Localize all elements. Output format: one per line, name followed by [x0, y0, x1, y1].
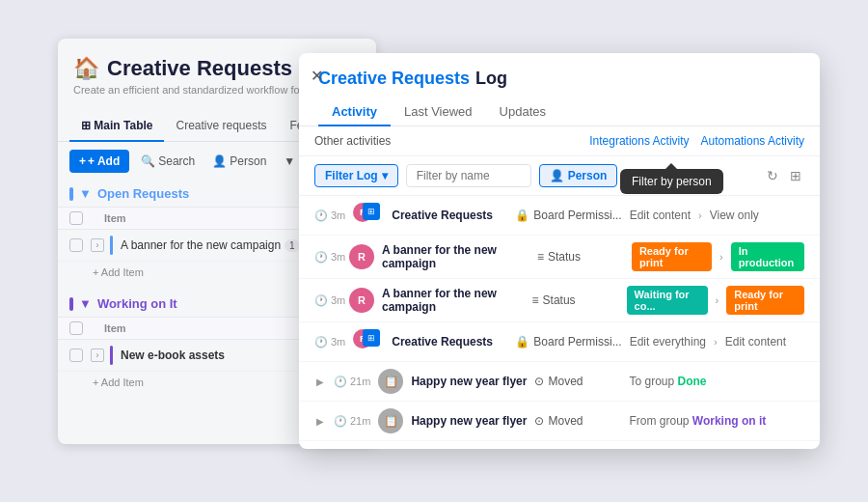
log-item-5: ▶ 🕐 21m 📋 Happy new year flyer ⊙ Moved F… — [299, 402, 820, 441]
board-icon-0: ⊞ — [363, 203, 380, 220]
row-checkbox-w[interactable] — [69, 349, 83, 362]
avatar-2: R — [349, 288, 374, 313]
expand-arrow-5[interactable]: ▶ — [314, 414, 326, 429]
arrow-0: › — [698, 209, 702, 221]
group-indicator-working — [69, 297, 73, 311]
tab-updates[interactable]: Updates — [486, 98, 559, 126]
group-indicator-open — [69, 187, 73, 201]
filter-log-button[interactable]: Filter Log ▾ — [314, 164, 398, 187]
log-item-0: 🕐 3m R ⊞ Creative Requests 🔒 Board Permi… — [299, 196, 820, 236]
log-item-1: 🕐 3m R A banner for the new campaign ≡ S… — [299, 236, 820, 279]
log-toolbar-right: Integrations Activity Automations Activi… — [589, 134, 804, 148]
chevron-down-icon-working: ▼ — [79, 296, 92, 311]
filter-name-input[interactable] — [406, 164, 531, 187]
from-badge-2: Waiting for co... — [627, 286, 708, 315]
person-icon: 👤 — [212, 154, 227, 168]
log-field-1: ≡ Status — [537, 250, 624, 264]
person-button[interactable]: 👤 Person — [206, 151, 272, 172]
log-field-2: ≡ Status — [532, 293, 619, 307]
log-time-2: 🕐 3m — [314, 294, 341, 307]
clock-icon-2: 🕐 — [314, 294, 328, 307]
chevron-down-icon-filter: ▾ — [382, 169, 388, 182]
clock-icon-4: 🕐 — [334, 376, 347, 388]
moved-icon-5: ⊙ — [534, 414, 544, 428]
log-time-4: 🕐 21m — [334, 376, 370, 388]
lock-icon-0: 🔒 — [515, 209, 529, 222]
avatar-1: R — [349, 244, 374, 269]
chevron-down-icon: ▼ — [79, 186, 92, 201]
log-field-5: ⊙ Moved — [534, 414, 621, 428]
from-badge-1: Ready for print — [632, 242, 712, 271]
header-checkbox-w[interactable] — [69, 321, 83, 335]
table-icon: ⊞ — [81, 119, 94, 132]
avatar-board-3: R ⊞ — [353, 329, 384, 354]
log-time-1: 🕐 3m — [314, 251, 341, 264]
tab-main-table[interactable]: ⊞ Main Table — [69, 111, 164, 142]
person-filter-button[interactable]: 👤 Person — [539, 164, 618, 187]
log-toolbar: Other activities Integrations Activity A… — [299, 126, 820, 156]
lock-icon-3: 🔒 — [515, 335, 529, 349]
row-expand[interactable]: › — [91, 238, 104, 252]
clock-icon-5: 🕐 — [334, 415, 347, 428]
clock-icon-0: 🕐 — [314, 209, 328, 222]
plus-icon: + — [79, 154, 86, 168]
status-icon-1: ≡ — [537, 250, 544, 264]
expand-arrow-4[interactable]: ▶ — [314, 375, 326, 389]
integrations-link[interactable]: Integrations Activity — [589, 134, 689, 148]
refresh-button[interactable]: ↻ — [764, 165, 781, 186]
status-icon-2: ≡ — [532, 293, 539, 307]
log-item-3: 🕐 3m R ⊞ Creative Requests 🔒 Board Permi… — [299, 322, 820, 362]
avatar-5: 📋 — [378, 408, 403, 433]
header-checkbox[interactable] — [69, 211, 83, 225]
close-button[interactable]: ✕ — [307, 66, 326, 85]
log-toolbar-left: Other activities — [314, 134, 391, 148]
to-badge-2: Ready for print — [726, 286, 804, 315]
avatar-board-0: R ⊞ — [353, 203, 384, 228]
filter-icon: ▼ — [284, 154, 295, 168]
row-expand-w[interactable]: › — [91, 349, 104, 362]
log-field-4: ⊙ Moved — [534, 375, 621, 388]
tab-last-viewed[interactable]: Last Viewed — [391, 98, 486, 126]
tab-creative-requests[interactable]: Creative requests — [164, 111, 278, 142]
expand-button[interactable]: ⊞ — [787, 165, 804, 186]
arrow-2: › — [716, 294, 719, 306]
log-item-2: 🕐 3m R A banner for the new campaign ≡ S… — [299, 279, 820, 322]
to-badge-1: In production — [731, 242, 804, 271]
filter-bar: Filter Log ▾ 👤 Person ↻ ⊞ — [299, 156, 820, 196]
left-bar — [110, 236, 113, 255]
clock-icon-1: 🕐 — [314, 251, 328, 264]
arrow-1: › — [719, 251, 723, 263]
icon-actions: ↻ ⊞ — [764, 165, 804, 186]
moved-icon-4: ⊙ — [534, 375, 544, 388]
clock-icon-3: 🕐 — [314, 336, 328, 349]
add-button[interactable]: + + Add — [69, 150, 129, 173]
log-panel: Creative Requests Log Activity Last View… — [299, 53, 820, 449]
log-item-4: ▶ 🕐 21m 📋 Happy new year flyer ⊙ Moved T… — [299, 362, 820, 402]
home-icon: 🏠 — [73, 56, 99, 81]
filter-by-person-tooltip: Filter by person — [620, 169, 723, 194]
log-field-0: 🔒 Board Permissi... — [515, 209, 621, 222]
left-bar-w — [110, 346, 113, 365]
search-button[interactable]: 🔍 Search — [135, 151, 201, 172]
log-header: Creative Requests Log Activity Last View… — [299, 53, 820, 126]
log-time-3: 🕐 3m — [314, 336, 345, 349]
row-checkbox[interactable] — [69, 238, 83, 252]
person-circle-icon: 👤 — [550, 169, 564, 182]
log-time-5: 🕐 21m — [334, 415, 370, 428]
tab-activity[interactable]: Activity — [318, 98, 391, 126]
search-icon: 🔍 — [141, 154, 155, 168]
log-title: Creative Requests Log — [318, 69, 800, 89]
log-field-3: 🔒 Board Permissi... — [515, 335, 621, 349]
log-items: 🕐 3m R ⊞ Creative Requests 🔒 Board Permi… — [299, 196, 820, 449]
log-time-0: 🕐 3m — [314, 209, 345, 222]
avatar-4: 📋 — [378, 369, 403, 394]
automations-link[interactable]: Automations Activity — [701, 134, 804, 148]
board-icon-3: ⊞ — [363, 329, 380, 347]
log-tabs: Activity Last Viewed Updates — [318, 98, 800, 126]
arrow-3: › — [714, 336, 718, 348]
